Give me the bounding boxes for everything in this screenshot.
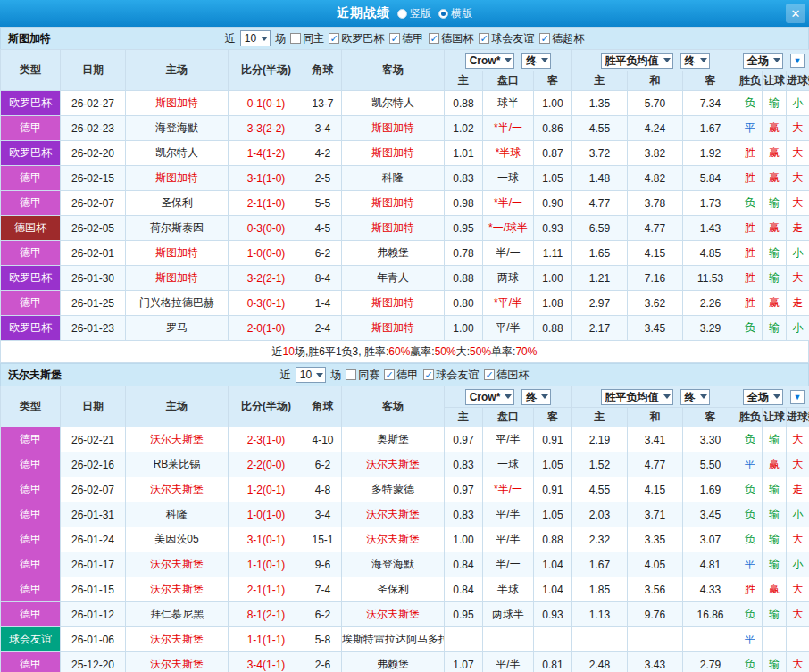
odds-stage-select[interactable]: 终: [521, 53, 551, 69]
close-icon[interactable]: ✕: [786, 4, 805, 23]
near-label: 近: [225, 31, 236, 46]
radio-horizontal-layout[interactable]: 横版: [438, 6, 472, 21]
result-handicap: 输: [763, 191, 787, 216]
avg-lose: 4.85: [683, 241, 738, 266]
avg-win: 1.85: [572, 577, 628, 602]
result-handicap: 赢: [763, 291, 787, 316]
corner-score: 3-4: [304, 116, 342, 141]
match-date: 26-02-07: [61, 191, 126, 216]
league-checkbox[interactable]: ✓球会友谊: [423, 368, 479, 383]
radio-horizontal-label: 横版: [451, 6, 472, 21]
avg-stage-select[interactable]: 终: [680, 389, 710, 405]
match-date: 26-01-23: [61, 316, 126, 341]
match-row: 德甲26-01-24美因茨053-1(0-1)15-1沃尔夫斯堡1.00平/半0…: [1, 527, 809, 552]
result-goals: 小: [787, 552, 809, 577]
checkbox-checked-icon: ✓: [329, 33, 339, 44]
home-team: 罗马: [126, 316, 229, 341]
score: 1-4(1-2): [229, 141, 304, 166]
corner-score: 2-6: [304, 652, 342, 672]
result-outcome: 负: [738, 502, 763, 527]
match-date: 26-01-12: [61, 602, 126, 627]
avg-type-select[interactable]: 胜平负均值: [601, 389, 673, 405]
avg-draw: 4.77: [628, 452, 683, 477]
bookmaker-select[interactable]: Crow*: [465, 53, 515, 69]
column-header-corner: 角球: [304, 386, 342, 427]
avg-lose: 1.73: [683, 191, 738, 216]
avg-dropdown-cell: 胜平负均值 终: [572, 386, 738, 408]
league-checkbox[interactable]: ✓德国杯: [484, 368, 529, 383]
avg-win: 2.17: [572, 316, 628, 341]
avg-lose: 4.81: [683, 552, 738, 577]
odds-stage-select[interactable]: 终: [521, 389, 551, 405]
avg-stage-select[interactable]: 终: [680, 53, 710, 69]
stats-summary: 近10场,胜6平1负3, 胜率:60% 赢率:50% 大:50% 单率:70%: [0, 341, 809, 363]
match-row: 球会友谊26-01-06沃尔夫斯堡1-1(1-1)5-8埃斯特雷拉达阿马多拉平: [1, 627, 809, 652]
match-count-select[interactable]: 10: [296, 367, 326, 383]
match-date: 26-02-23: [61, 116, 126, 141]
column-header-goals: 进球数: [787, 408, 809, 427]
score: 3-2(2-1): [229, 266, 304, 291]
column-header-avg-draw: 和: [628, 408, 683, 427]
same-competition-checkbox[interactable]: 同赛: [346, 368, 379, 383]
chevron-down-icon: [316, 373, 323, 377]
avg-lose: 7.34: [683, 91, 738, 116]
column-header-avg-lose: 客: [683, 71, 738, 91]
away-team: 沃尔夫斯堡: [342, 602, 445, 627]
corner-score: 1-4: [304, 291, 342, 316]
section-header-stuttgart: 斯图加特 近 10 场 同主 ✓欧罗巴杯✓德甲✓德国杯✓球会友谊✓德超杯: [0, 27, 809, 49]
match-date: 26-02-20: [61, 141, 126, 166]
result-goals: 走: [787, 291, 809, 316]
result-handicap: 输: [763, 602, 787, 627]
result-outcome: 负: [738, 652, 763, 672]
collapse-arrow-button[interactable]: ▼: [790, 390, 805, 404]
home-odds: 0.80: [445, 291, 483, 316]
column-header-handicap-result: 让球: [763, 408, 787, 427]
score: 3-1(1-0): [229, 166, 304, 191]
avg-draw: 4.82: [628, 166, 683, 191]
score: 2-2(0-0): [229, 452, 304, 477]
radio-vertical-layout[interactable]: 竖版: [397, 6, 431, 21]
match-row: 欧罗巴杯26-02-27斯图加特0-1(0-1)13-7凯尔特人0.88球半1.…: [1, 91, 809, 116]
chevron-down-icon: [663, 58, 671, 62]
same-home-checkbox[interactable]: 同主: [290, 31, 324, 46]
league-checkbox[interactable]: ✓欧罗巴杯: [329, 31, 384, 46]
result-goals: 大: [787, 577, 809, 602]
home-team: 美因茨05: [126, 527, 229, 552]
avg-draw: 3.56: [628, 577, 683, 602]
league-checkbox[interactable]: ✓德甲: [384, 368, 418, 383]
match-row: 德甲26-01-17沃尔夫斯堡1-1(0-1)9-6海登海默0.84半/一1.0…: [1, 552, 809, 577]
away-odds: 0.88: [534, 527, 572, 552]
league-filter-group: ✓德甲✓球会友谊✓德国杯: [384, 368, 529, 383]
type-badge: 德甲: [1, 477, 61, 502]
avg-draw: 9.76: [628, 602, 683, 627]
collapse-arrow-button[interactable]: ▼: [790, 54, 805, 68]
scope-select[interactable]: 全场: [743, 389, 783, 405]
league-checkbox[interactable]: ✓德甲: [389, 31, 423, 46]
home-team: 斯图加特: [126, 91, 229, 116]
handicap-line: *半球: [483, 141, 534, 166]
matches-body: 德甲26-02-21沃尔夫斯堡2-3(1-0)4-10奥斯堡0.97平/半0.9…: [1, 427, 809, 672]
type-badge: 德甲: [1, 502, 61, 527]
avg-type-select[interactable]: 胜平负均值: [601, 53, 673, 69]
match-count-select[interactable]: 10: [240, 30, 271, 46]
bookmaker-select[interactable]: Crow*: [465, 389, 515, 405]
score: 2-3(1-0): [229, 427, 304, 452]
score: 1-1(1-1): [229, 627, 304, 652]
away-team: 沃尔夫斯堡: [342, 502, 445, 527]
avg-draw: 4.15: [628, 241, 683, 266]
handicap-line: *半/一: [483, 116, 534, 141]
chevron-down-icon: [541, 394, 548, 399]
scope-select[interactable]: 全场: [743, 53, 783, 69]
league-checkbox[interactable]: ✓德超杯: [539, 31, 584, 46]
filter-controls: 近 10 场 同主 ✓欧罗巴杯✓德甲✓德国杯✓球会友谊✓德超杯: [225, 30, 584, 46]
result-handicap: 输: [763, 266, 787, 291]
league-checkbox[interactable]: ✓球会友谊: [479, 31, 534, 46]
away-team: 斯图加特: [342, 216, 445, 241]
home-odds: 1.02: [445, 116, 483, 141]
column-header-date: 日期: [61, 50, 126, 91]
score: 1-1(0-1): [229, 552, 304, 577]
chevron-down-icon: [700, 58, 707, 62]
radio-selected-icon: [438, 9, 448, 19]
league-checkbox[interactable]: ✓德国杯: [429, 31, 473, 46]
result-goals: 大: [787, 116, 809, 141]
